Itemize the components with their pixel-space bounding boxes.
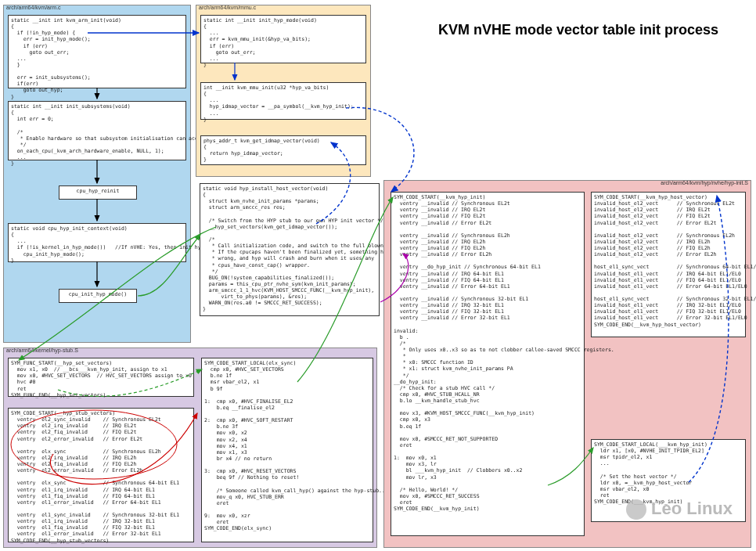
code-elx-sync: SYM_CODE_START_LOCAL(elx_sync) cmp x0, #… [204, 360, 370, 531]
watermark-icon [626, 499, 646, 520]
file-label-hyp-init: arch/arm64/kvm/hyp/nvhe/hyp-init.S [661, 180, 748, 185]
code-cpu-init-hyp-mode: cpu_init_hyp_mode() [62, 291, 134, 297]
code-kvm-arm-init: static __init int kvm_arm_init(void) { i… [11, 17, 183, 100]
code-init-hyp-mode: static int __init init_hyp_mode(void) { … [203, 17, 363, 68]
block-kvm-mmu-init: int __init kvm_mmu_init(u32 *hyp_va_bits… [200, 82, 366, 120]
code-cpu-hyp-reinit: cpu_hyp_reinit [62, 188, 134, 194]
block-init-subsystems: static int __init init_subsystems(void) … [8, 101, 186, 160]
block-kvm-get-idmap-vector: phys_addr_t kvm_get_idmap_vector(void) {… [200, 135, 366, 165]
code-kvm-hyp-init: SYM_CODE_START(__kvm_hyp_init) ventry __… [394, 194, 581, 512]
code-kvm-get-idmap-vector: phys_addr_t kvm_get_idmap_vector(void) {… [203, 138, 363, 164]
code-init-subsystems: static int __init init_subsystems(void) … [11, 103, 183, 167]
file-label-hyp-stub: arch/arm64/kernel/hyp-stub.S [6, 348, 78, 353]
code-kvm-hyp-host-vector: SYM_CODE_START(__kvm_hyp_host_vector) in… [594, 194, 743, 328]
panel-hyp-init: arch/arm64/kvm/hyp/nvhe/hyp-init.S SYM_C… [383, 180, 751, 548]
code-cpu-hyp-init-context: static void cpu_hyp_init_context(void) {… [11, 225, 183, 264]
block-kvm-hyp-host-vector: SYM_CODE_START(__kvm_hyp_host_vector) in… [591, 192, 746, 337]
panel-arm-c: arch/arm64/kvm/arm.c static __init int k… [3, 5, 191, 343]
block-cpu-init-hyp-mode: cpu_init_hyp_mode() [59, 289, 137, 303]
block-cpu-hyp-reinit: cpu_hyp_reinit [59, 185, 137, 200]
block-hyp-set-vectors: SYM_FUNC_START(__hyp_set_vectors) mov x1… [8, 358, 194, 397]
block-kvm-hyp-init: SYM_CODE_START(__kvm_hyp_init) ventry __… [391, 192, 585, 536]
watermark: Leo Linux [626, 499, 733, 520]
block-cpu-hyp-init-context: static void cpu_hyp_init_context(void) {… [8, 223, 186, 262]
code-hyp-install-host-vector: static void hyp_install_host_vector(void… [203, 185, 376, 313]
panel-hyp-stub: arch/arm64/kernel/hyp-stub.S SYM_FUNC_ST… [3, 348, 377, 548]
block-kvm-arm-init: static __init int kvm_arm_init(void) { i… [8, 15, 186, 88]
file-label-mmu-c: arch/arm64/kvm/mmu.c [199, 5, 256, 10]
code-kvm-hyp-init-local: SYM_CODE_START_LOCAL(___kvm_hyp_init) ld… [594, 441, 743, 505]
code-hyp-stub-vectors: SYM_CODE_START(__hyp_stub_vectors) ventr… [11, 410, 191, 544]
file-label-arm-c: arch/arm64/kvm/arm.c [6, 5, 61, 10]
code-kvm-mmu-init: int __init kvm_mmu_init(u32 *hyp_va_bits… [203, 85, 363, 123]
code-hyp-set-vectors: SYM_FUNC_START(__hyp_set_vectors) mov x1… [11, 360, 191, 398]
block-hyp-stub-vectors: SYM_CODE_START(__hyp_stub_vectors) ventr… [8, 408, 194, 542]
block-elx-sync: SYM_CODE_START_LOCAL(elx_sync) cmp x0, #… [201, 358, 373, 542]
block-init-hyp-mode: static int __init init_hyp_mode(void) { … [200, 15, 366, 63]
page-title: KVM nVHE mode vector table init process [438, 22, 718, 38]
panel-mmu-c: arch/arm64/kvm/mmu.c static int __init i… [196, 5, 371, 177]
watermark-text: Leo Linux [651, 499, 733, 518]
block-hyp-install-host-vector: static void hyp_install_host_vector(void… [200, 183, 380, 316]
